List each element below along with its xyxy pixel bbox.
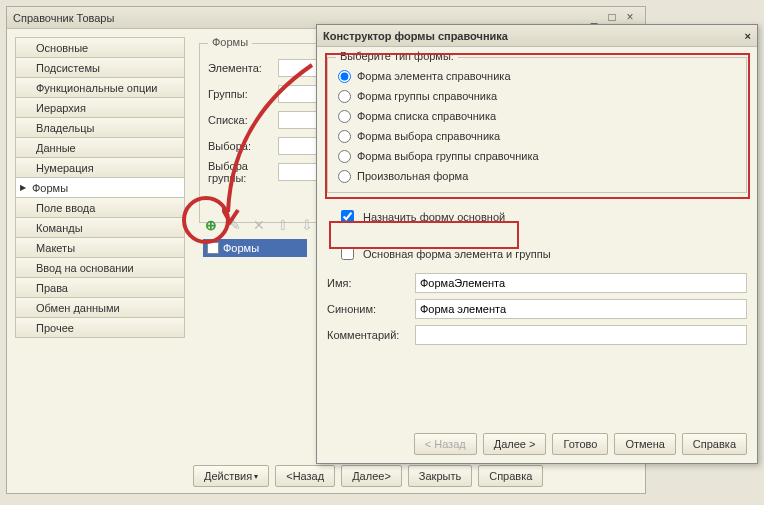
name-row: Имя:	[327, 273, 747, 293]
synonym-row: Синоним:	[327, 299, 747, 319]
form-row-label: Выбора:	[208, 140, 278, 152]
dialog-btn-1[interactable]: Далее >	[483, 433, 547, 455]
radio-row-5: Произвольная форма	[338, 166, 736, 186]
bottom-btn-3[interactable]: Закрыть	[408, 465, 472, 487]
sidebar-item-10[interactable]: Макеты	[15, 237, 185, 258]
dialog-body: Выберите тип формы: Форма элемента справ…	[317, 47, 757, 361]
radio-row-3: Форма выбора справочника	[338, 126, 736, 146]
dialog-buttons: < НазадДалее >ГотовоОтменаСправка	[327, 433, 747, 455]
edit-icon[interactable]: ✎	[227, 217, 243, 233]
dialog-title: Конструктор формы справочника	[323, 30, 745, 42]
sidebar: ОсновныеПодсистемыФункциональные опцииИе…	[15, 37, 185, 337]
assign-main-checkbox[interactable]	[341, 210, 354, 223]
form-type-radio-5[interactable]	[338, 170, 351, 183]
sidebar-item-3[interactable]: Иерархия	[15, 97, 185, 118]
move-down-icon[interactable]: ⇩	[299, 217, 315, 233]
dialog-btn-4[interactable]: Справка	[682, 433, 747, 455]
form-type-radio-0[interactable]	[338, 70, 351, 83]
form-type-radio-2[interactable]	[338, 110, 351, 123]
comment-input[interactable]	[415, 325, 747, 345]
sidebar-item-5[interactable]: Данные	[15, 137, 185, 158]
form-type-label-5: Произвольная форма	[357, 170, 468, 182]
tree-item-label: Формы	[223, 242, 259, 254]
sidebar-item-8[interactable]: Поле ввода	[15, 197, 185, 218]
form-item-icon	[207, 242, 219, 254]
form-type-radio-1[interactable]	[338, 90, 351, 103]
bottom-btn-4[interactable]: Справка	[478, 465, 543, 487]
move-up-icon[interactable]: ⇧	[275, 217, 291, 233]
sidebar-item-1[interactable]: Подсистемы	[15, 57, 185, 78]
sidebar-item-0[interactable]: Основные	[15, 37, 185, 58]
form-type-label-4: Форма выбора группы справочника	[357, 150, 539, 162]
synonym-input[interactable]	[415, 299, 747, 319]
assign-main-label: Назначить форму основной	[363, 211, 505, 223]
form-type-legend: Выберите тип формы:	[336, 50, 458, 62]
bottom-btn-1[interactable]: <Назад	[275, 465, 335, 487]
radio-row-0: Форма элемента справочника	[338, 66, 736, 86]
sidebar-item-12[interactable]: Права	[15, 277, 185, 298]
sidebar-item-13[interactable]: Обмен данными	[15, 297, 185, 318]
bottom-btn-2[interactable]: Далее>	[341, 465, 402, 487]
radio-row-1: Форма группы справочника	[338, 86, 736, 106]
radio-row-4: Форма выбора группы справочника	[338, 146, 736, 166]
form-type-label-2: Форма списка справочника	[357, 110, 496, 122]
form-type-radio-3[interactable]	[338, 130, 351, 143]
form-row-label: Группы:	[208, 88, 278, 100]
delete-icon[interactable]: ✕	[251, 217, 267, 233]
sidebar-item-2[interactable]: Функциональные опции	[15, 77, 185, 98]
form-type-label-3: Форма выбора справочника	[357, 130, 500, 142]
form-type-radio-4[interactable]	[338, 150, 351, 163]
sidebar-item-6[interactable]: Нумерация	[15, 157, 185, 178]
comment-row: Комментарий:	[327, 325, 747, 345]
form-row-label: Списка:	[208, 114, 278, 126]
main-form-elem-group-row: Основная форма элемента и группы	[337, 244, 747, 263]
tree-item-forms[interactable]: Формы	[203, 239, 307, 257]
synonym-label: Синоним:	[327, 303, 415, 315]
main-bottom-buttons: Действия<НазадДалее>ЗакрытьСправка	[193, 465, 543, 487]
form-constructor-dialog: Конструктор формы справочника × Выберите…	[316, 24, 758, 464]
form-type-group: Выберите тип формы: Форма элемента справ…	[327, 57, 747, 193]
sidebar-item-14[interactable]: Прочее	[15, 317, 185, 338]
bottom-btn-0[interactable]: Действия	[193, 465, 269, 487]
form-type-label-0: Форма элемента справочника	[357, 70, 511, 82]
comment-label: Комментарий:	[327, 329, 415, 341]
name-label: Имя:	[327, 277, 415, 289]
dialog-btn-2[interactable]: Готово	[552, 433, 608, 455]
dialog-btn-0: < Назад	[414, 433, 477, 455]
dialog-titlebar: Конструктор формы справочника ×	[317, 25, 757, 47]
add-icon[interactable]: ⊕	[203, 217, 219, 233]
dialog-close-icon[interactable]: ×	[745, 30, 751, 42]
sidebar-item-7[interactable]: Формы	[15, 177, 185, 198]
form-row-label: Выбора группы:	[208, 160, 278, 184]
form-row-label: Элемента:	[208, 62, 278, 74]
radio-row-2: Форма списка справочника	[338, 106, 736, 126]
sidebar-item-11[interactable]: Ввод на основании	[15, 257, 185, 278]
forms-fieldset-legend: Формы	[208, 36, 252, 48]
forms-toolbar: ⊕ ✎ ✕ ⇧ ⇩	[203, 217, 315, 233]
main-form-elem-group-label: Основная форма элемента и группы	[363, 248, 551, 260]
main-title: Справочник Товары	[13, 12, 585, 24]
sidebar-item-4[interactable]: Владельцы	[15, 117, 185, 138]
name-input[interactable]	[415, 273, 747, 293]
main-form-elem-group-checkbox[interactable]	[341, 247, 354, 260]
sidebar-item-9[interactable]: Команды	[15, 217, 185, 238]
dialog-btn-3[interactable]: Отмена	[614, 433, 675, 455]
assign-main-row: Назначить форму основной	[337, 207, 747, 226]
form-type-label-1: Форма группы справочника	[357, 90, 497, 102]
